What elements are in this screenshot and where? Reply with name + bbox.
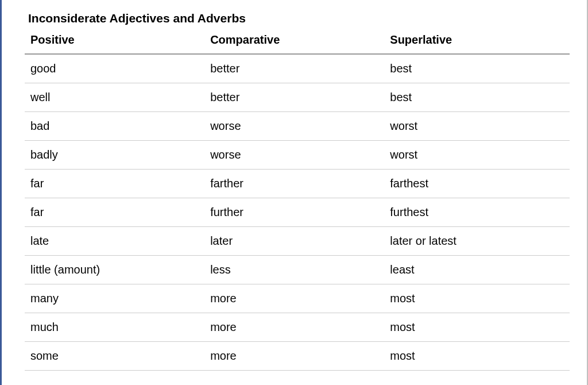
cell-comparative: more [204, 342, 384, 371]
cell-comparative: farther [204, 170, 384, 198]
cell-superlative: later or latest [384, 227, 570, 256]
cell-comparative: further [204, 198, 384, 227]
cell-superlative: most [384, 342, 570, 371]
cell-superlative: best [384, 83, 570, 112]
cell-positive: many [25, 284, 204, 313]
cell-comparative: more [204, 284, 384, 313]
cell-comparative: better [204, 83, 384, 112]
cell-positive: far [25, 198, 204, 227]
cell-superlative: best [384, 54, 570, 83]
cell-superlative: furthest [384, 198, 570, 227]
cell-positive: good [25, 54, 204, 83]
cell-comparative: better [204, 54, 384, 83]
cell-positive: much [25, 313, 204, 342]
cell-positive: badly [25, 141, 204, 170]
cell-superlative: worst [384, 141, 570, 170]
header-superlative: Superlative [384, 29, 570, 54]
table-row: little (amount)lessleast [25, 256, 570, 284]
cell-comparative: worse [204, 112, 384, 141]
table-header-row: Positive Comparative Superlative [25, 29, 570, 54]
table-row: farfartherfarthest [25, 170, 570, 198]
table-row: goodbetterbest [25, 54, 570, 83]
cell-comparative: less [204, 256, 384, 284]
cell-positive: little (amount) [25, 256, 204, 284]
table-row: wellbetterbest [25, 83, 570, 112]
cell-comparative: later [204, 227, 384, 256]
adjectives-table: Positive Comparative Superlative goodbet… [25, 29, 570, 371]
cell-positive: well [25, 83, 204, 112]
content-container: Inconsiderate Adjectives and Adverbs Pos… [0, 0, 588, 385]
cell-positive: late [25, 227, 204, 256]
table-row: badlyworseworst [25, 141, 570, 170]
cell-superlative: worst [384, 112, 570, 141]
table-row: manymoremost [25, 284, 570, 313]
cell-positive: some [25, 342, 204, 371]
header-comparative: Comparative [204, 29, 384, 54]
table-title: Inconsiderate Adjectives and Adverbs [25, 11, 570, 25]
table-row: muchmoremost [25, 313, 570, 342]
cell-superlative: least [384, 256, 570, 284]
table-row: farfurtherfurthest [25, 198, 570, 227]
header-positive: Positive [25, 29, 204, 54]
cell-comparative: more [204, 313, 384, 342]
cell-positive: far [25, 170, 204, 198]
table-row: latelaterlater or latest [25, 227, 570, 256]
cell-superlative: most [384, 284, 570, 313]
table-row: somemoremost [25, 342, 570, 371]
cell-superlative: farthest [384, 170, 570, 198]
cell-positive: bad [25, 112, 204, 141]
cell-superlative: most [384, 313, 570, 342]
cell-comparative: worse [204, 141, 384, 170]
table-row: badworseworst [25, 112, 570, 141]
